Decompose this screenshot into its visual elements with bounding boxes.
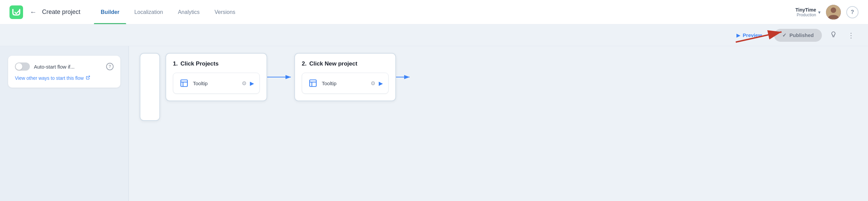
connector-arrow	[267, 74, 294, 80]
tab-versions[interactable]: Versions	[208, 0, 242, 24]
connector-arrow-2	[396, 74, 413, 80]
preview-label: Preview	[743, 32, 762, 38]
step-block-2: 2. Click New project	[294, 53, 413, 101]
published-button[interactable]: ✓ Published	[774, 29, 822, 42]
step-1-tooltip-row[interactable]: Tooltip ⚙ ▶	[173, 73, 260, 94]
tooltip-1-icon	[179, 78, 190, 89]
tooltip-1-left: Tooltip	[179, 78, 208, 89]
svg-point-2	[831, 7, 836, 13]
svg-rect-0	[9, 5, 23, 19]
workspace-selector[interactable]: TinyTime Production ▾	[795, 7, 821, 17]
toggle-knob	[16, 63, 22, 70]
workspace-env: Production	[795, 13, 816, 17]
more-icon: ⋮	[848, 31, 854, 39]
view-other-ways-link[interactable]: View other ways to start this flow	[15, 75, 114, 81]
userflow-logo	[9, 5, 23, 19]
avatar[interactable]	[826, 5, 841, 20]
more-options-button[interactable]: ⋮	[845, 29, 857, 41]
top-nav: ← Create project Builder Localization An…	[0, 0, 868, 24]
step-2-header: 2. Click New project	[302, 60, 389, 67]
toggle-container: Auto-start flow if...	[15, 62, 75, 71]
step-card-2[interactable]: 2. Click New project	[294, 53, 396, 101]
tab-analytics[interactable]: Analytics	[171, 0, 206, 24]
tooltip-2-icon	[308, 78, 318, 89]
step-2-title: Click New project	[309, 60, 357, 67]
main-content: Auto-start flow if... ? View other ways …	[0, 46, 868, 201]
preview-play-icon: ▶	[736, 33, 740, 38]
question-icon: ?	[108, 64, 111, 69]
view-other-ways-text: View other ways to start this flow	[15, 75, 84, 81]
left-panel: Auto-start flow if... ? View other ways …	[0, 46, 129, 201]
step-1-wrapper: 1. Click Projects	[165, 53, 267, 101]
tab-localization[interactable]: Localization	[127, 0, 170, 24]
step-1-header: 1. Click Projects	[173, 60, 260, 67]
arrow-after-2	[396, 74, 413, 80]
nav-tabs: Builder Localization Analytics Versions	[94, 0, 795, 24]
step-card-1[interactable]: 1. Click Projects	[165, 53, 267, 101]
nav-right: TinyTime Production ▾ ?	[795, 5, 859, 20]
svg-rect-5	[181, 80, 188, 87]
step-1-title: Click Projects	[180, 60, 218, 67]
lightbulb-icon	[830, 31, 837, 39]
back-button[interactable]: ←	[30, 8, 37, 16]
step-2-tooltip-row[interactable]: Tooltip ⚙ ▶	[302, 73, 389, 94]
tooltip-2-gear-button[interactable]: ⚙	[371, 80, 375, 87]
auto-start-help-button[interactable]: ?	[106, 63, 114, 70]
published-label: Published	[789, 32, 814, 38]
svg-line-4	[87, 76, 90, 78]
auto-start-label: Auto-start flow if...	[34, 64, 75, 70]
tooltip-2-actions: ⚙ ▶	[371, 80, 383, 87]
auto-start-toggle[interactable]	[15, 62, 30, 71]
preview-button[interactable]: ▶ Preview	[730, 29, 769, 41]
auto-start-header: Auto-start flow if... ?	[15, 62, 114, 71]
question-mark-icon: ?	[851, 9, 854, 15]
tooltip-2-play-button[interactable]: ▶	[379, 80, 383, 87]
help-button[interactable]: ?	[846, 6, 859, 18]
check-icon: ✓	[782, 32, 787, 38]
tooltip-1-gear-button[interactable]: ⚙	[242, 80, 246, 87]
tooltip-1-play-button[interactable]: ▶	[250, 80, 254, 87]
step-2-number: 2.	[302, 60, 307, 67]
external-link-icon	[86, 75, 90, 81]
partial-step-card	[140, 53, 160, 121]
tab-builder[interactable]: Builder	[94, 0, 126, 24]
lightbulb-button[interactable]	[827, 29, 840, 41]
step-1-number: 1.	[173, 60, 178, 67]
tooltip-1-label: Tooltip	[193, 80, 208, 86]
arrow-1-2	[267, 74, 294, 80]
step-block-1: 1. Click Projects	[165, 53, 294, 101]
logo-area	[9, 5, 23, 19]
tooltip-2-label: Tooltip	[322, 80, 336, 86]
step-2-wrapper: 2. Click New project	[294, 53, 396, 101]
avatar-image	[826, 5, 841, 20]
breadcrumb-create-project: Create project	[42, 8, 80, 16]
tooltip-1-actions: ⚙ ▶	[242, 80, 254, 87]
svg-rect-10	[310, 80, 316, 87]
workspace-name: TinyTime	[795, 7, 816, 13]
flow-area: 1. Click Projects	[129, 46, 868, 201]
auto-start-card: Auto-start flow if... ? View other ways …	[8, 56, 120, 88]
flow-container: 1. Click Projects	[129, 46, 424, 201]
chevron-down-icon: ▾	[818, 10, 821, 15]
tooltip-2-left: Tooltip	[308, 78, 336, 89]
toolbar: ▶ Preview ✓ Published ⋮	[0, 24, 868, 46]
